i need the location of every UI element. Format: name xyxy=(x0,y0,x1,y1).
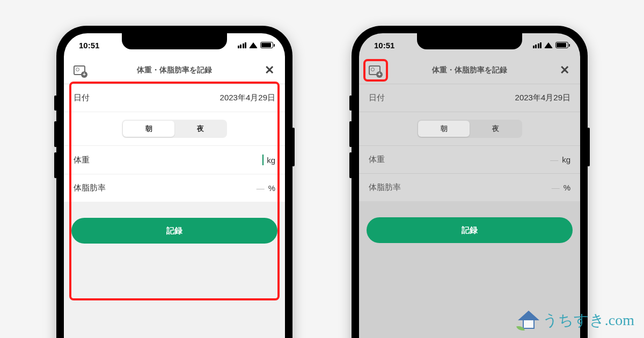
watermark-text: うちすき.com xyxy=(543,310,634,330)
side-button xyxy=(587,128,590,166)
phone-right: 10:51 体重・体脂肪率を記録 ✕ xyxy=(352,26,588,338)
bodyfat-row[interactable]: 体脂肪率 ― % xyxy=(64,174,285,202)
bodyfat-unit: % xyxy=(268,183,275,193)
weight-label: 体重 xyxy=(74,155,90,165)
watermark: うちすき.com xyxy=(518,310,634,330)
app-content: 体重・体脂肪率を記録 ✕ 日付 2023年4月29日 朝 夜 xyxy=(64,57,285,338)
side-button xyxy=(349,95,352,111)
weight-placeholder: ― xyxy=(550,155,559,164)
time-of-day-segment-row: 朝 夜 xyxy=(359,112,580,146)
screen-right: 10:51 体重・体脂肪率を記録 ✕ xyxy=(359,33,580,338)
bodyfat-placeholder: ― xyxy=(257,183,265,193)
segment-night[interactable]: 夜 xyxy=(470,121,521,137)
weight-value-group: kg xyxy=(262,155,275,165)
bodyfat-label: 体脂肪率 xyxy=(74,183,106,193)
text-cursor xyxy=(262,155,264,165)
status-time: 10:51 xyxy=(374,41,394,50)
weight-unit: kg xyxy=(562,155,570,164)
close-icon: ✕ xyxy=(265,64,274,76)
title-bar: 体重・体脂肪率を記録 ✕ xyxy=(359,57,580,84)
image-add-icon xyxy=(74,65,85,75)
status-time: 10:51 xyxy=(79,41,99,50)
weight-row[interactable]: 体重 kg xyxy=(64,146,285,174)
date-value: 2023年4月29日 xyxy=(515,93,570,103)
bodyfat-placeholder: ― xyxy=(552,183,560,192)
weight-label: 体重 xyxy=(369,155,385,165)
add-photo-button[interactable] xyxy=(72,64,86,76)
page-title: 体重・体脂肪率を記録 xyxy=(86,65,262,75)
segment-morning[interactable]: 朝 xyxy=(123,121,174,137)
record-button[interactable]: 記録 xyxy=(71,218,277,244)
bodyfat-value-group: ― % xyxy=(257,183,275,193)
cellular-icon xyxy=(533,42,542,48)
notch xyxy=(417,33,522,49)
close-button[interactable]: ✕ xyxy=(262,64,276,76)
side-button xyxy=(54,121,57,147)
date-label: 日付 xyxy=(74,93,90,103)
bodyfat-label: 体脂肪率 xyxy=(369,182,401,193)
close-icon: ✕ xyxy=(560,64,569,76)
time-of-day-segment-row: 朝 夜 xyxy=(64,112,285,146)
status-indicators xyxy=(533,42,569,48)
screen-left: 10:51 体重・体脂肪率を記録 ✕ xyxy=(64,33,285,338)
side-button xyxy=(292,128,295,166)
title-bar: 体重・体脂肪率を記録 ✕ xyxy=(64,57,285,84)
add-photo-button[interactable] xyxy=(368,64,382,76)
time-of-day-segmented: 朝 夜 xyxy=(122,120,227,138)
side-button xyxy=(349,121,352,147)
bodyfat-value-group: ― % xyxy=(552,183,570,192)
time-of-day-segmented: 朝 夜 xyxy=(417,120,522,138)
battery-icon xyxy=(260,42,273,48)
footer-area: 記録 xyxy=(64,202,285,244)
wifi-icon xyxy=(249,42,258,48)
segment-morning[interactable]: 朝 xyxy=(418,121,470,137)
weight-unit: kg xyxy=(267,156,275,165)
date-value: 2023年4月29日 xyxy=(220,93,275,103)
form-panel: 日付 2023年4月29日 朝 夜 体重 ― kg xyxy=(359,84,580,201)
wifi-icon xyxy=(544,42,553,48)
side-button xyxy=(54,152,57,178)
weight-value-group: ― kg xyxy=(550,155,570,164)
notch xyxy=(122,33,227,49)
form-panel: 日付 2023年4月29日 朝 夜 体重 kg xyxy=(64,84,285,202)
status-indicators xyxy=(238,42,274,48)
side-button xyxy=(54,95,57,111)
house-icon xyxy=(518,311,539,330)
comparison-stage: 10:51 体重・体脂肪率を記録 ✕ xyxy=(0,0,644,338)
page-title: 体重・体脂肪率を記録 xyxy=(382,65,558,75)
close-button[interactable]: ✕ xyxy=(558,64,572,76)
image-add-icon xyxy=(369,65,380,75)
battery-icon xyxy=(555,42,568,48)
footer-area: 記録 xyxy=(359,201,580,243)
weight-row[interactable]: 体重 ― kg xyxy=(359,146,580,174)
side-button xyxy=(349,152,352,178)
footer-fill xyxy=(64,244,285,338)
bodyfat-row[interactable]: 体脂肪率 ― % xyxy=(359,174,580,201)
date-row[interactable]: 日付 2023年4月29日 xyxy=(359,84,580,112)
cellular-icon xyxy=(238,42,247,48)
phone-left: 10:51 体重・体脂肪率を記録 ✕ xyxy=(56,26,292,338)
segment-night[interactable]: 夜 xyxy=(174,121,226,137)
app-content: 体重・体脂肪率を記録 ✕ 日付 2023年4月29日 朝 夜 xyxy=(359,57,580,338)
date-label: 日付 xyxy=(369,93,385,103)
bodyfat-unit: % xyxy=(564,183,570,192)
date-row[interactable]: 日付 2023年4月29日 xyxy=(64,84,285,112)
record-button[interactable]: 記録 xyxy=(367,217,573,243)
